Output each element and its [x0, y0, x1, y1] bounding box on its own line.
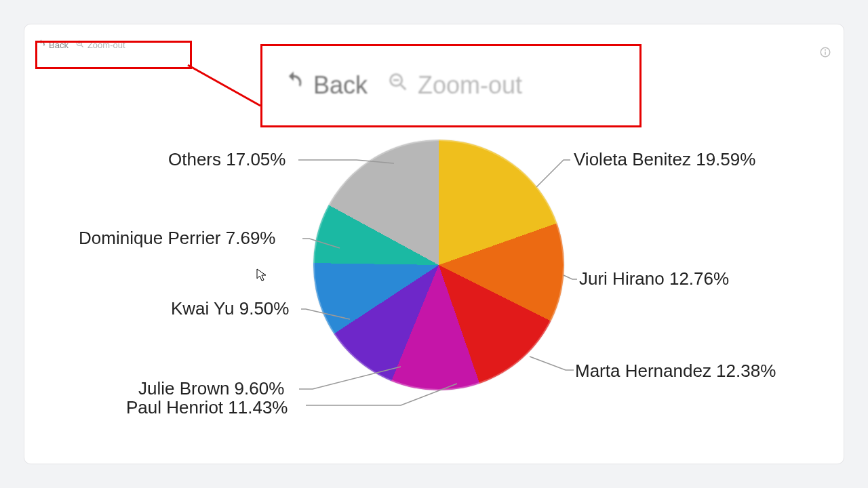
zoom-out-button[interactable]: Zoom-out: [75, 39, 125, 51]
chart-toolbar: Back Zoom-out: [37, 39, 125, 51]
svg-point-9: [825, 49, 826, 50]
slice-label-marta: Marta Hernandez 12.38%: [575, 361, 776, 382]
annotation-zoom-label: Zoom-out: [418, 71, 522, 100]
svg-line-4: [401, 85, 406, 89]
chart-card: Back Zoom-out Back Zoom-out: [24, 24, 844, 464]
undo-arrow-icon: [37, 39, 46, 51]
cursor-icon: [256, 268, 267, 285]
pie-slices: [313, 140, 564, 390]
annotation-zoom-out-button: Zoom-out: [387, 70, 522, 100]
back-button[interactable]: Back: [37, 39, 68, 51]
slice-label-others: Others 17.05%: [168, 149, 285, 170]
zoom-out-label: Zoom-out: [87, 40, 125, 50]
annotation-zoom-toolbar: Back Zoom-out: [282, 70, 522, 100]
slice-label-julie: Julie Brown 9.60%: [138, 378, 284, 399]
info-icon[interactable]: [819, 46, 831, 58]
slice-label-paul: Paul Henriot 11.43%: [126, 397, 288, 418]
undo-arrow-icon: [282, 70, 305, 100]
pie-chart[interactable]: [313, 140, 564, 392]
slice-label-dominique: Dominique Perrier 7.69%: [79, 228, 275, 249]
svg-line-6: [188, 65, 260, 106]
slice-label-kwai: Kwai Yu 9.50%: [171, 298, 289, 319]
slice-label-violeta: Violeta Benitez 19.59%: [574, 149, 755, 170]
svg-line-1: [81, 45, 83, 47]
annotation-back-label: Back: [313, 71, 368, 100]
zoom-out-icon: [387, 70, 410, 100]
annotation-back-button: Back: [282, 70, 368, 100]
slice-label-juri: Juri Hirano 12.76%: [579, 268, 729, 289]
zoom-out-icon: [75, 39, 85, 51]
back-label: Back: [49, 40, 68, 50]
